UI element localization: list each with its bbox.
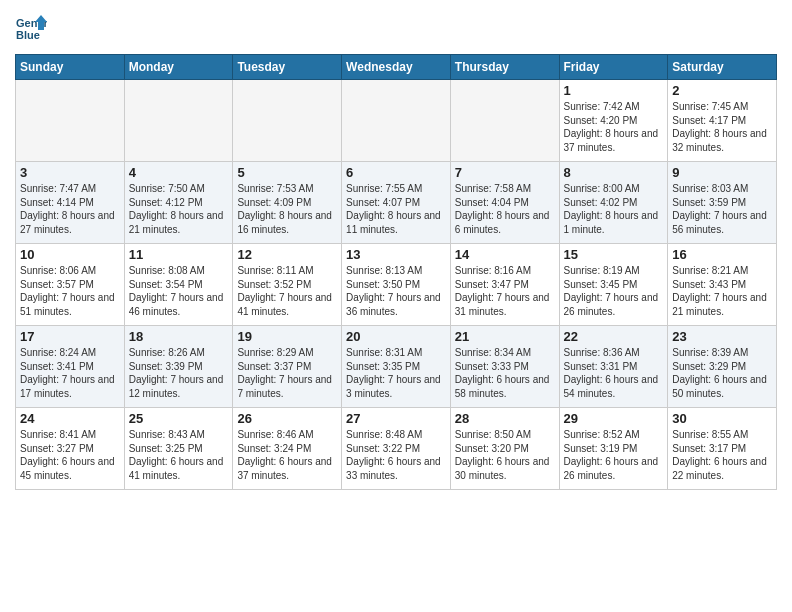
weekday-header: Thursday bbox=[450, 55, 559, 80]
day-info: Sunrise: 7:45 AM Sunset: 4:17 PM Dayligh… bbox=[672, 100, 772, 154]
day-info: Sunrise: 7:42 AM Sunset: 4:20 PM Dayligh… bbox=[564, 100, 664, 154]
day-number: 7 bbox=[455, 165, 555, 180]
calendar-cell: 20Sunrise: 8:31 AM Sunset: 3:35 PM Dayli… bbox=[342, 326, 451, 408]
calendar-cell bbox=[124, 80, 233, 162]
day-number: 6 bbox=[346, 165, 446, 180]
calendar-cell: 10Sunrise: 8:06 AM Sunset: 3:57 PM Dayli… bbox=[16, 244, 125, 326]
calendar-cell bbox=[450, 80, 559, 162]
calendar-cell: 11Sunrise: 8:08 AM Sunset: 3:54 PM Dayli… bbox=[124, 244, 233, 326]
day-info: Sunrise: 8:55 AM Sunset: 3:17 PM Dayligh… bbox=[672, 428, 772, 482]
day-number: 28 bbox=[455, 411, 555, 426]
calendar-cell bbox=[16, 80, 125, 162]
day-info: Sunrise: 8:41 AM Sunset: 3:27 PM Dayligh… bbox=[20, 428, 120, 482]
calendar-cell bbox=[233, 80, 342, 162]
day-number: 30 bbox=[672, 411, 772, 426]
svg-text:Blue: Blue bbox=[16, 29, 40, 41]
calendar-cell bbox=[342, 80, 451, 162]
calendar-week-row: 24Sunrise: 8:41 AM Sunset: 3:27 PM Dayli… bbox=[16, 408, 777, 490]
calendar-cell: 30Sunrise: 8:55 AM Sunset: 3:17 PM Dayli… bbox=[668, 408, 777, 490]
day-info: Sunrise: 8:08 AM Sunset: 3:54 PM Dayligh… bbox=[129, 264, 229, 318]
day-info: Sunrise: 8:43 AM Sunset: 3:25 PM Dayligh… bbox=[129, 428, 229, 482]
day-number: 12 bbox=[237, 247, 337, 262]
calendar-cell: 24Sunrise: 8:41 AM Sunset: 3:27 PM Dayli… bbox=[16, 408, 125, 490]
weekday-header: Friday bbox=[559, 55, 668, 80]
day-info: Sunrise: 8:16 AM Sunset: 3:47 PM Dayligh… bbox=[455, 264, 555, 318]
day-number: 21 bbox=[455, 329, 555, 344]
day-number: 19 bbox=[237, 329, 337, 344]
day-number: 25 bbox=[129, 411, 229, 426]
day-info: Sunrise: 7:50 AM Sunset: 4:12 PM Dayligh… bbox=[129, 182, 229, 236]
day-info: Sunrise: 8:46 AM Sunset: 3:24 PM Dayligh… bbox=[237, 428, 337, 482]
calendar-cell: 17Sunrise: 8:24 AM Sunset: 3:41 PM Dayli… bbox=[16, 326, 125, 408]
weekday-header: Wednesday bbox=[342, 55, 451, 80]
day-number: 2 bbox=[672, 83, 772, 98]
calendar-cell: 21Sunrise: 8:34 AM Sunset: 3:33 PM Dayli… bbox=[450, 326, 559, 408]
day-info: Sunrise: 8:11 AM Sunset: 3:52 PM Dayligh… bbox=[237, 264, 337, 318]
calendar-cell: 25Sunrise: 8:43 AM Sunset: 3:25 PM Dayli… bbox=[124, 408, 233, 490]
calendar-cell: 15Sunrise: 8:19 AM Sunset: 3:45 PM Dayli… bbox=[559, 244, 668, 326]
calendar-cell: 2Sunrise: 7:45 AM Sunset: 4:17 PM Daylig… bbox=[668, 80, 777, 162]
weekday-header: Tuesday bbox=[233, 55, 342, 80]
day-number: 18 bbox=[129, 329, 229, 344]
day-number: 14 bbox=[455, 247, 555, 262]
day-info: Sunrise: 8:39 AM Sunset: 3:29 PM Dayligh… bbox=[672, 346, 772, 400]
day-number: 15 bbox=[564, 247, 664, 262]
calendar-header-row: SundayMondayTuesdayWednesdayThursdayFrid… bbox=[16, 55, 777, 80]
day-number: 9 bbox=[672, 165, 772, 180]
day-info: Sunrise: 8:03 AM Sunset: 3:59 PM Dayligh… bbox=[672, 182, 772, 236]
weekday-header: Saturday bbox=[668, 55, 777, 80]
day-number: 8 bbox=[564, 165, 664, 180]
day-info: Sunrise: 7:58 AM Sunset: 4:04 PM Dayligh… bbox=[455, 182, 555, 236]
calendar-week-row: 3Sunrise: 7:47 AM Sunset: 4:14 PM Daylig… bbox=[16, 162, 777, 244]
day-info: Sunrise: 8:13 AM Sunset: 3:50 PM Dayligh… bbox=[346, 264, 446, 318]
calendar-week-row: 1Sunrise: 7:42 AM Sunset: 4:20 PM Daylig… bbox=[16, 80, 777, 162]
day-number: 27 bbox=[346, 411, 446, 426]
calendar-cell: 23Sunrise: 8:39 AM Sunset: 3:29 PM Dayli… bbox=[668, 326, 777, 408]
day-number: 4 bbox=[129, 165, 229, 180]
day-number: 10 bbox=[20, 247, 120, 262]
day-info: Sunrise: 8:52 AM Sunset: 3:19 PM Dayligh… bbox=[564, 428, 664, 482]
calendar-cell: 19Sunrise: 8:29 AM Sunset: 3:37 PM Dayli… bbox=[233, 326, 342, 408]
day-number: 1 bbox=[564, 83, 664, 98]
day-number: 23 bbox=[672, 329, 772, 344]
day-info: Sunrise: 8:00 AM Sunset: 4:02 PM Dayligh… bbox=[564, 182, 664, 236]
day-number: 17 bbox=[20, 329, 120, 344]
day-number: 13 bbox=[346, 247, 446, 262]
calendar-cell: 26Sunrise: 8:46 AM Sunset: 3:24 PM Dayli… bbox=[233, 408, 342, 490]
day-number: 3 bbox=[20, 165, 120, 180]
calendar-cell: 9Sunrise: 8:03 AM Sunset: 3:59 PM Daylig… bbox=[668, 162, 777, 244]
day-info: Sunrise: 8:06 AM Sunset: 3:57 PM Dayligh… bbox=[20, 264, 120, 318]
day-info: Sunrise: 7:47 AM Sunset: 4:14 PM Dayligh… bbox=[20, 182, 120, 236]
calendar-cell: 29Sunrise: 8:52 AM Sunset: 3:19 PM Dayli… bbox=[559, 408, 668, 490]
day-number: 16 bbox=[672, 247, 772, 262]
day-number: 11 bbox=[129, 247, 229, 262]
header: General Blue bbox=[15, 10, 777, 46]
logo-graphic: General Blue bbox=[15, 14, 47, 46]
calendar-cell: 16Sunrise: 8:21 AM Sunset: 3:43 PM Dayli… bbox=[668, 244, 777, 326]
day-info: Sunrise: 8:24 AM Sunset: 3:41 PM Dayligh… bbox=[20, 346, 120, 400]
weekday-header: Monday bbox=[124, 55, 233, 80]
day-number: 5 bbox=[237, 165, 337, 180]
calendar-cell: 5Sunrise: 7:53 AM Sunset: 4:09 PM Daylig… bbox=[233, 162, 342, 244]
calendar-cell: 18Sunrise: 8:26 AM Sunset: 3:39 PM Dayli… bbox=[124, 326, 233, 408]
calendar-cell: 6Sunrise: 7:55 AM Sunset: 4:07 PM Daylig… bbox=[342, 162, 451, 244]
day-info: Sunrise: 8:31 AM Sunset: 3:35 PM Dayligh… bbox=[346, 346, 446, 400]
calendar-cell: 1Sunrise: 7:42 AM Sunset: 4:20 PM Daylig… bbox=[559, 80, 668, 162]
calendar-cell: 8Sunrise: 8:00 AM Sunset: 4:02 PM Daylig… bbox=[559, 162, 668, 244]
calendar-cell: 22Sunrise: 8:36 AM Sunset: 3:31 PM Dayli… bbox=[559, 326, 668, 408]
day-number: 26 bbox=[237, 411, 337, 426]
calendar-cell: 7Sunrise: 7:58 AM Sunset: 4:04 PM Daylig… bbox=[450, 162, 559, 244]
day-info: Sunrise: 7:55 AM Sunset: 4:07 PM Dayligh… bbox=[346, 182, 446, 236]
page: General Blue SundayMondayTuesdayWednesda… bbox=[0, 0, 792, 612]
day-info: Sunrise: 8:26 AM Sunset: 3:39 PM Dayligh… bbox=[129, 346, 229, 400]
calendar-cell: 14Sunrise: 8:16 AM Sunset: 3:47 PM Dayli… bbox=[450, 244, 559, 326]
calendar-cell: 4Sunrise: 7:50 AM Sunset: 4:12 PM Daylig… bbox=[124, 162, 233, 244]
calendar-cell: 12Sunrise: 8:11 AM Sunset: 3:52 PM Dayli… bbox=[233, 244, 342, 326]
logo: General Blue bbox=[15, 14, 47, 46]
day-number: 20 bbox=[346, 329, 446, 344]
calendar-cell: 27Sunrise: 8:48 AM Sunset: 3:22 PM Dayli… bbox=[342, 408, 451, 490]
day-info: Sunrise: 8:34 AM Sunset: 3:33 PM Dayligh… bbox=[455, 346, 555, 400]
day-info: Sunrise: 8:29 AM Sunset: 3:37 PM Dayligh… bbox=[237, 346, 337, 400]
calendar-cell: 13Sunrise: 8:13 AM Sunset: 3:50 PM Dayli… bbox=[342, 244, 451, 326]
calendar: SundayMondayTuesdayWednesdayThursdayFrid… bbox=[15, 54, 777, 490]
